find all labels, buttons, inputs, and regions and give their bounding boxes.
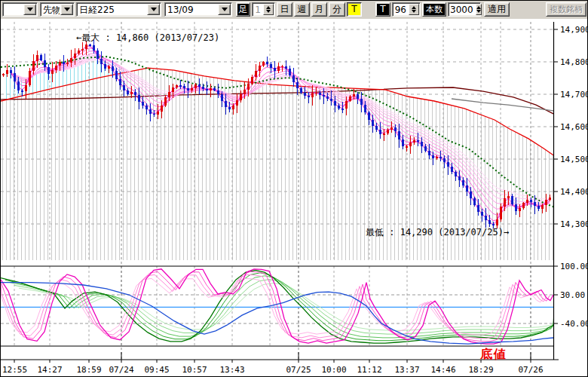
interval-month-button[interactable]: 月 bbox=[311, 2, 327, 17]
blank-combo[interactable] bbox=[2, 2, 38, 17]
bars-count-spinner[interactable]: 3000 bbox=[448, 2, 481, 17]
contract-month-combo[interactable]: 13/09 bbox=[164, 2, 232, 17]
interval-day-button[interactable]: 日 bbox=[277, 2, 292, 17]
bar-type-button[interactable]: 足 bbox=[236, 2, 250, 17]
oscillator-axis-label: 30.00 bbox=[560, 290, 585, 300]
time-axis-label: 07/25 bbox=[286, 365, 311, 375]
time-axis-label: 07/26 bbox=[518, 365, 543, 375]
time-axis-label: 11:12 bbox=[357, 365, 381, 375]
oscillator-axis-label: 100.00 bbox=[560, 262, 587, 271]
interval-value: 1 bbox=[253, 3, 262, 16]
price-axis-label: 14,400 bbox=[560, 187, 587, 197]
instrument-type-value: 先物 bbox=[41, 3, 60, 16]
tick-spin-buttons[interactable] bbox=[409, 4, 419, 15]
chart-area[interactable]: 14,90014,80014,70014,60014,50014,40014,3… bbox=[1, 19, 587, 376]
spin-up-icon bbox=[266, 6, 271, 9]
time-axis-label: 18:29 bbox=[468, 365, 493, 375]
instrument-type-dropdown[interactable] bbox=[60, 4, 73, 15]
bars-count-value: 3000 bbox=[449, 3, 475, 16]
symbol-combo[interactable]: 日経225 bbox=[76, 2, 161, 17]
time-axis-label: 07/24 bbox=[109, 365, 133, 375]
interval-spin-buttons[interactable] bbox=[263, 4, 274, 15]
blank-combo-dropdown[interactable] bbox=[23, 4, 36, 15]
symbol-value: 日経225 bbox=[77, 3, 146, 16]
price-axis-label: 14,700 bbox=[560, 90, 587, 100]
interval-spinner[interactable]: 1 bbox=[252, 2, 275, 17]
bars-label-button[interactable]: 本数 bbox=[422, 2, 446, 17]
oscillator-axis-label: -40.00 bbox=[560, 319, 587, 329]
bottom-price-annotation: 底値 bbox=[479, 347, 507, 361]
time-axis-label: 13:37 bbox=[394, 365, 419, 375]
oscillator-magenta-line bbox=[1, 274, 547, 338]
chevron-down-icon bbox=[64, 8, 70, 11]
oscillator-magenta-line bbox=[1, 271, 550, 341]
spin-down-icon bbox=[476, 10, 481, 13]
apply-button[interactable]: 適用 bbox=[484, 2, 510, 17]
time-axis-label: 14:27 bbox=[37, 365, 62, 375]
time-axis-label: 10:57 bbox=[182, 365, 207, 375]
spin-down-icon bbox=[266, 10, 271, 13]
chevron-down-icon bbox=[151, 8, 157, 11]
chevron-down-icon bbox=[222, 8, 228, 11]
price-axis-label: 14,300 bbox=[560, 219, 587, 229]
time-axis-label: 14:46 bbox=[430, 365, 455, 375]
price-axis-label: 14,600 bbox=[560, 122, 587, 132]
instrument-type-combo[interactable]: 先物 bbox=[40, 2, 75, 17]
price-axis-label: 14,800 bbox=[560, 57, 587, 67]
contract-month-value: 13/09 bbox=[165, 3, 217, 16]
interval-minute-button[interactable]: 分 bbox=[329, 2, 345, 17]
multi-symbol-button[interactable]: 複数銘柄 bbox=[546, 2, 586, 17]
time-axis-label: 13:43 bbox=[219, 365, 244, 375]
blank-combo-value bbox=[3, 3, 23, 16]
tick-label-button[interactable]: T bbox=[375, 2, 390, 17]
time-axis-label: 09:45 bbox=[144, 365, 169, 375]
chart-canvas: 14,90014,80014,70014,60014,50014,40014,3… bbox=[1, 19, 587, 376]
interval-tick-button[interactable]: T bbox=[347, 2, 362, 17]
symbol-dropdown[interactable] bbox=[147, 4, 160, 15]
chevron-down-icon bbox=[27, 8, 33, 11]
max-annotation: ←最大 : 14,860 (2013/07/23) bbox=[76, 32, 219, 43]
contract-month-dropdown[interactable] bbox=[218, 4, 231, 15]
bars-spin-buttons[interactable] bbox=[476, 4, 482, 15]
spin-up-icon bbox=[412, 6, 416, 9]
chart-window: 先物 日経225 13/09 足 1 日 週 月 分 T T 96 本数 300… bbox=[0, 0, 588, 377]
min-annotation: 最低 : 14,290 (2013/07/25)→ bbox=[366, 227, 509, 238]
price-axis-label: 14,500 bbox=[560, 155, 587, 164]
interval-week-button[interactable]: 週 bbox=[294, 2, 310, 17]
time-axis-label: 12:55 bbox=[2, 365, 27, 375]
toolbar: 先物 日経225 13/09 足 1 日 週 月 分 T T 96 本数 300… bbox=[1, 1, 587, 20]
price-axis-label: 14,900 bbox=[560, 25, 587, 35]
spin-up-icon bbox=[476, 6, 481, 9]
tick-count-value: 96 bbox=[393, 3, 408, 16]
tick-count-spinner[interactable]: 96 bbox=[392, 2, 421, 17]
time-axis-label: 18:59 bbox=[76, 365, 101, 375]
spin-down-icon bbox=[412, 10, 416, 13]
time-axis-label: 10:00 bbox=[321, 365, 346, 375]
